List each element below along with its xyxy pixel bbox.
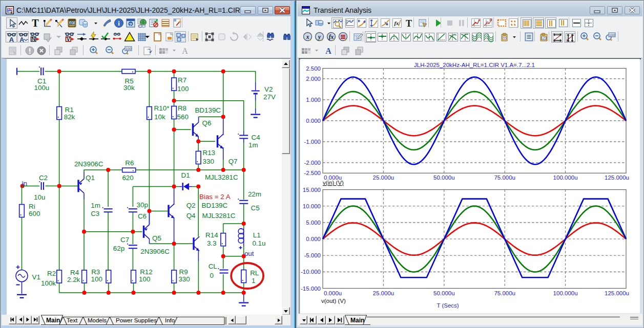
svg-text:Power Supplies: Power Supplies [116, 317, 157, 323]
svg-text:2N3906C: 2N3906C [140, 248, 170, 255]
svg-text:D1: D1 [181, 171, 190, 179]
svg-text:2.500: 2.500 [306, 65, 321, 72]
svg-text:MJL3281C: MJL3281C [202, 212, 236, 220]
svg-text:R3: R3 [91, 268, 100, 276]
svg-text:RL: RL [250, 269, 259, 277]
svg-text:-1.000: -1.000 [304, 139, 321, 145]
svg-text:R7: R7 [178, 76, 186, 84]
svg-text:out: out [244, 250, 254, 257]
svg-text:T (Secs): T (Secs) [437, 302, 459, 309]
svg-text:100: 100 [609, 33, 615, 37]
svg-text:C3: C3 [91, 210, 99, 217]
svg-text:V: V [67, 36, 70, 42]
svg-text:0.000: 0.000 [306, 236, 321, 242]
svg-text:75.000u: 75.000u [494, 174, 515, 181]
svg-text:2.2k: 2.2k [67, 276, 80, 283]
svg-text:C6: C6 [138, 212, 147, 220]
svg-text:fx: fx [329, 34, 334, 40]
svg-text:100: 100 [177, 85, 189, 93]
svg-text:2N3906C: 2N3906C [74, 160, 103, 168]
svg-text:3.3: 3.3 [207, 239, 217, 247]
svg-text:A: A [325, 47, 331, 55]
svg-text:0.000u: 0.000u [324, 290, 342, 296]
svg-text:i: i [118, 19, 120, 27]
svg-text:x: x [306, 34, 309, 40]
svg-text:BD139C: BD139C [202, 202, 228, 209]
svg-text:0.1u: 0.1u [252, 239, 265, 247]
svg-text:-5.000: -5.000 [304, 252, 321, 258]
svg-text:Q7: Q7 [228, 158, 238, 165]
svg-text:JLH-2025_20kHz-AH_RL=1.CIR V1.: JLH-2025_20kHz-AH_RL=1.CIR V1.A=.7...2.1 [414, 62, 535, 68]
svg-text:50.000u: 50.000u [433, 174, 455, 181]
svg-text:Q5: Q5 [152, 234, 161, 242]
svg-text:22m: 22m [248, 190, 261, 198]
svg-text:v(in) (V): v(in) (V) [323, 180, 344, 186]
svg-text:100: 100 [139, 275, 150, 283]
svg-text:100.000u: 100.000u [553, 290, 578, 296]
svg-text:330: 330 [178, 275, 190, 283]
svg-text:C5: C5 [251, 204, 260, 212]
svg-text:-2.000: -2.000 [304, 160, 321, 166]
svg-text:A: A [9, 36, 14, 43]
svg-text:62p: 62p [113, 245, 124, 252]
svg-text:Q1: Q1 [86, 174, 95, 182]
svg-text:R14: R14 [205, 231, 218, 239]
svg-text:v(out) (V): v(out) (V) [321, 298, 346, 304]
svg-text:in: in [22, 180, 27, 187]
svg-text:1.000: 1.000 [306, 97, 321, 103]
svg-text:Q4: Q4 [186, 212, 196, 220]
svg-text:10.000: 10.000 [303, 203, 321, 209]
svg-text:MJL3281C: MJL3281C [205, 173, 238, 181]
svg-text:A: A [182, 47, 188, 55]
svg-text:25.000u: 25.000u [373, 290, 394, 296]
svg-text:V2: V2 [264, 85, 273, 93]
svg-text:1: 1 [252, 277, 255, 285]
svg-text:Q2: Q2 [186, 202, 196, 209]
svg-text:Bias = 2 A: Bias = 2 A [199, 193, 231, 201]
svg-text:Main: Main [46, 317, 60, 324]
svg-text:330: 330 [203, 158, 214, 165]
svg-text:R6: R6 [125, 159, 134, 167]
svg-text:T: T [406, 18, 412, 29]
svg-text:Models: Models [88, 317, 107, 323]
svg-text:25.000u: 25.000u [373, 174, 394, 181]
svg-text:R4: R4 [70, 269, 79, 276]
svg-text:10k: 10k [154, 113, 165, 121]
svg-text:1m: 1m [248, 141, 258, 149]
svg-text:100u: 100u [34, 84, 50, 92]
svg-text:y: y [317, 34, 321, 40]
svg-text:125.000u: 125.000u [605, 290, 629, 296]
svg-text:100: 100 [126, 47, 132, 51]
svg-text:fx: fx [394, 20, 399, 26]
svg-text:L1: L1 [253, 231, 261, 239]
svg-text:-15.000: -15.000 [301, 286, 321, 292]
svg-text:BD139C: BD139C [195, 106, 221, 114]
svg-text:R13: R13 [203, 149, 216, 157]
svg-text:?: ? [129, 21, 132, 27]
svg-text:Q6: Q6 [202, 119, 212, 127]
svg-text:Ri: Ri [29, 203, 35, 210]
svg-text:R12: R12 [140, 268, 153, 276]
svg-text:-10.000: -10.000 [301, 269, 321, 275]
svg-text:5.000: 5.000 [306, 220, 321, 226]
svg-text:-2.500: -2.500 [304, 170, 321, 176]
svg-text:27V: 27V [263, 93, 276, 101]
svg-text:T: T [32, 17, 39, 29]
svg-text:Info: Info [165, 317, 175, 323]
svg-text:30p: 30p [137, 201, 148, 209]
svg-text:C4: C4 [252, 134, 261, 141]
svg-text:R9: R9 [179, 268, 188, 276]
svg-text:560: 560 [177, 113, 189, 121]
svg-text:Text: Text [67, 317, 78, 323]
svg-text:2.000: 2.000 [306, 76, 321, 82]
svg-text:100k: 100k [41, 279, 56, 287]
svg-text:600: 600 [29, 210, 40, 217]
svg-text:50.000u: 50.000u [433, 290, 455, 296]
svg-text:R2: R2 [47, 270, 56, 277]
svg-text:100: 100 [91, 275, 102, 283]
svg-text:100.000u: 100.000u [553, 174, 578, 181]
svg-text:15.000: 15.000 [303, 187, 321, 193]
svg-text:N: N [31, 36, 35, 42]
svg-text:620: 620 [122, 174, 133, 182]
svg-text:30k: 30k [123, 84, 135, 92]
